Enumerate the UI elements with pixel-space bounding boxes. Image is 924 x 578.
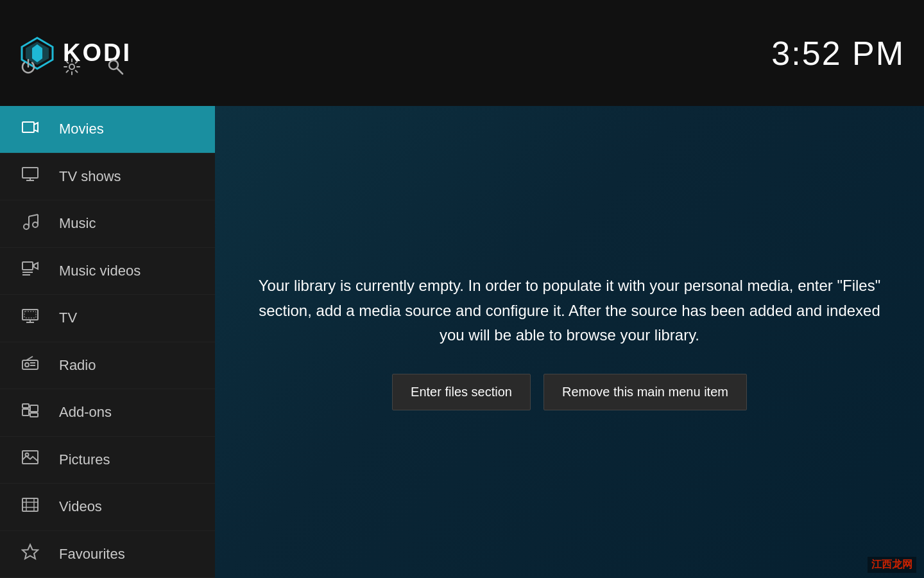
pictures-icon bbox=[19, 450, 41, 469]
sidebar-label-favourites: Favourites bbox=[59, 546, 125, 563]
svg-marker-40 bbox=[22, 545, 38, 559]
sidebar: Movies TV shows bbox=[0, 106, 215, 578]
sidebar-item-tv[interactable]: TV bbox=[0, 295, 215, 342]
svg-rect-20 bbox=[22, 310, 38, 320]
videos-icon bbox=[19, 497, 41, 517]
movies-icon bbox=[19, 118, 41, 141]
sidebar-label-music: Music bbox=[59, 215, 96, 232]
search-icon[interactable] bbox=[107, 58, 124, 80]
top-bar: KODI 3:52 PM bbox=[0, 0, 924, 106]
sidebar-label-movies: Movies bbox=[59, 121, 104, 137]
svg-marker-7 bbox=[34, 123, 38, 132]
svg-point-12 bbox=[33, 222, 38, 227]
clock: 3:52 PM bbox=[771, 34, 905, 73]
sidebar-label-videos: Videos bbox=[59, 498, 102, 515]
sidebar-item-add-ons[interactable]: Add-ons bbox=[0, 389, 215, 437]
svg-rect-32 bbox=[22, 404, 29, 408]
svg-rect-31 bbox=[30, 413, 38, 417]
add-ons-icon bbox=[19, 401, 41, 424]
svg-line-5 bbox=[117, 69, 123, 74]
settings-icon[interactable] bbox=[63, 58, 81, 80]
svg-rect-8 bbox=[22, 168, 38, 178]
content-area: Your library is currently empty. In orde… bbox=[215, 106, 924, 578]
svg-point-3 bbox=[69, 64, 74, 69]
sidebar-label-pictures: Pictures bbox=[59, 451, 110, 468]
svg-marker-19 bbox=[34, 263, 38, 269]
top-icons-bar bbox=[19, 58, 124, 80]
tv-shows-icon bbox=[19, 166, 41, 186]
radio-icon bbox=[19, 355, 41, 375]
svg-rect-29 bbox=[22, 409, 29, 416]
sidebar-item-radio[interactable]: Radio bbox=[0, 342, 215, 390]
remove-menu-item-button[interactable]: Remove this main menu item bbox=[543, 374, 747, 410]
main-area: Movies TV shows bbox=[0, 106, 924, 578]
sidebar-item-videos[interactable]: Videos bbox=[0, 484, 215, 531]
enter-files-button[interactable]: Enter files section bbox=[392, 374, 531, 410]
svg-rect-35 bbox=[22, 498, 38, 511]
empty-library-message: Your library is currently empty. In orde… bbox=[249, 274, 891, 347]
svg-rect-6 bbox=[22, 122, 34, 132]
svg-point-11 bbox=[24, 224, 29, 229]
sidebar-label-tv: TV bbox=[59, 310, 77, 326]
sidebar-item-music[interactable]: Music bbox=[0, 200, 215, 248]
power-icon[interactable] bbox=[19, 58, 37, 80]
sidebar-label-radio: Radio bbox=[59, 357, 96, 374]
tv-icon bbox=[19, 308, 41, 328]
svg-point-25 bbox=[25, 363, 29, 367]
svg-rect-23 bbox=[24, 311, 36, 318]
sidebar-item-pictures[interactable]: Pictures bbox=[0, 437, 215, 484]
sidebar-item-tv-shows[interactable]: TV shows bbox=[0, 153, 215, 201]
sidebar-item-favourites[interactable]: Favourites bbox=[0, 531, 215, 579]
favourites-icon bbox=[19, 543, 41, 565]
sidebar-label-music-videos: Music videos bbox=[59, 263, 141, 279]
action-buttons: Enter files section Remove this main men… bbox=[392, 374, 747, 410]
watermark: 江西龙网 bbox=[868, 557, 916, 573]
svg-rect-30 bbox=[30, 405, 38, 412]
sidebar-label-add-ons: Add-ons bbox=[59, 404, 112, 421]
music-videos-icon bbox=[19, 259, 41, 282]
music-icon bbox=[19, 213, 41, 235]
sidebar-label-tv-shows: TV shows bbox=[59, 168, 121, 185]
sidebar-item-music-videos[interactable]: Music videos bbox=[0, 248, 215, 295]
svg-line-15 bbox=[29, 215, 38, 216]
sidebar-item-movies[interactable]: Movies bbox=[0, 106, 215, 153]
svg-rect-16 bbox=[22, 262, 33, 270]
